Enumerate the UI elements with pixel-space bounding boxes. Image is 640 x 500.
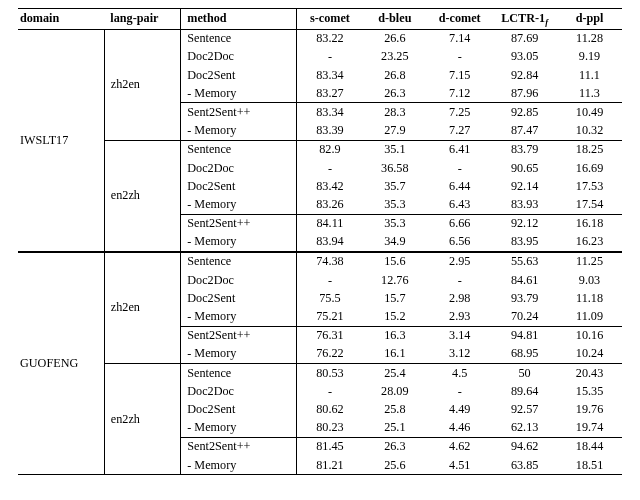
value-cell: 74.38 bbox=[297, 252, 362, 271]
value-cell: 15.6 bbox=[362, 252, 427, 271]
value-cell: 16.18 bbox=[557, 214, 622, 233]
method-cell: - Memory bbox=[181, 307, 297, 326]
value-cell: 35.3 bbox=[362, 214, 427, 233]
value-cell: 83.42 bbox=[297, 177, 362, 195]
value-cell: 26.8 bbox=[362, 66, 427, 84]
method-cell: Doc2Sent bbox=[181, 400, 297, 418]
value-cell: 92.12 bbox=[492, 214, 557, 233]
value-cell: 3.14 bbox=[427, 326, 492, 345]
value-cell: 26.3 bbox=[362, 437, 427, 456]
value-cell: 83.26 bbox=[297, 195, 362, 214]
method-cell: Doc2Doc bbox=[181, 48, 297, 66]
method-cell: Doc2Sent bbox=[181, 289, 297, 307]
langpair-cell: zh2en bbox=[104, 252, 180, 364]
table-row: en2zhSentence80.5325.44.55020.43 bbox=[18, 364, 622, 383]
value-cell: 7.12 bbox=[427, 84, 492, 103]
value-cell: 81.45 bbox=[297, 437, 362, 456]
method-cell: Sentence bbox=[181, 140, 297, 159]
value-cell: 83.34 bbox=[297, 66, 362, 84]
method-cell: - Memory bbox=[181, 233, 297, 252]
value-cell: 7.15 bbox=[427, 66, 492, 84]
value-cell: 80.23 bbox=[297, 419, 362, 438]
value-cell: 87.96 bbox=[492, 84, 557, 103]
langpair-cell: en2zh bbox=[104, 364, 180, 475]
method-cell: - Memory bbox=[181, 84, 297, 103]
value-cell: 83.39 bbox=[297, 122, 362, 141]
value-cell: 15.2 bbox=[362, 307, 427, 326]
value-cell: 4.46 bbox=[427, 419, 492, 438]
value-cell: 9.03 bbox=[557, 271, 622, 289]
value-cell: 7.14 bbox=[427, 29, 492, 48]
col-dppl: d-ppl bbox=[557, 9, 622, 30]
value-cell: 50 bbox=[492, 364, 557, 383]
langpair-cell: en2zh bbox=[104, 140, 180, 252]
value-cell: 35.3 bbox=[362, 195, 427, 214]
value-cell: 20.43 bbox=[557, 364, 622, 383]
value-cell: 83.95 bbox=[492, 233, 557, 252]
value-cell: 75.21 bbox=[297, 307, 362, 326]
value-cell: 16.3 bbox=[362, 326, 427, 345]
col-lctr-prefix: LCTR-1 bbox=[501, 11, 545, 25]
value-cell: - bbox=[297, 382, 362, 400]
method-cell: - Memory bbox=[181, 122, 297, 141]
value-cell: 76.31 bbox=[297, 326, 362, 345]
langpair-cell: zh2en bbox=[104, 29, 180, 140]
value-cell: 92.57 bbox=[492, 400, 557, 418]
header-row: domain lang-pair method s-comet d-bleu d… bbox=[18, 9, 622, 30]
col-lctr: LCTR-1f bbox=[492, 9, 557, 30]
value-cell: 87.69 bbox=[492, 29, 557, 48]
value-cell: 10.24 bbox=[557, 345, 622, 364]
value-cell: 19.76 bbox=[557, 400, 622, 418]
method-cell: - Memory bbox=[181, 195, 297, 214]
value-cell: 26.6 bbox=[362, 29, 427, 48]
value-cell: 93.79 bbox=[492, 289, 557, 307]
value-cell: 11.18 bbox=[557, 289, 622, 307]
value-cell: 75.5 bbox=[297, 289, 362, 307]
value-cell: 84.11 bbox=[297, 214, 362, 233]
col-domain: domain bbox=[18, 9, 104, 30]
value-cell: 4.62 bbox=[427, 437, 492, 456]
value-cell: 28.09 bbox=[362, 382, 427, 400]
value-cell: 81.21 bbox=[297, 456, 362, 475]
col-lctr-sub: f bbox=[545, 17, 548, 27]
value-cell: 18.44 bbox=[557, 437, 622, 456]
table-row: GUOFENGzh2enSentence74.3815.62.9555.6311… bbox=[18, 252, 622, 271]
value-cell: 11.25 bbox=[557, 252, 622, 271]
value-cell: 4.5 bbox=[427, 364, 492, 383]
value-cell: 70.24 bbox=[492, 307, 557, 326]
value-cell: 68.95 bbox=[492, 345, 557, 364]
value-cell: 3.12 bbox=[427, 345, 492, 364]
value-cell: 83.27 bbox=[297, 84, 362, 103]
value-cell: 25.4 bbox=[362, 364, 427, 383]
value-cell: 2.93 bbox=[427, 307, 492, 326]
method-cell: Doc2Sent bbox=[181, 66, 297, 84]
value-cell: 87.47 bbox=[492, 122, 557, 141]
value-cell: 76.22 bbox=[297, 345, 362, 364]
method-cell: - Memory bbox=[181, 419, 297, 438]
value-cell: 16.23 bbox=[557, 233, 622, 252]
value-cell: 9.19 bbox=[557, 48, 622, 66]
results-table: domain lang-pair method s-comet d-bleu d… bbox=[18, 8, 622, 475]
value-cell: 2.95 bbox=[427, 252, 492, 271]
method-cell: Sent2Sent++ bbox=[181, 103, 297, 122]
method-cell: - Memory bbox=[181, 345, 297, 364]
value-cell: 89.64 bbox=[492, 382, 557, 400]
value-cell: 25.6 bbox=[362, 456, 427, 475]
method-cell: Sent2Sent++ bbox=[181, 437, 297, 456]
method-cell: Doc2Sent bbox=[181, 177, 297, 195]
value-cell: - bbox=[297, 48, 362, 66]
value-cell: 25.8 bbox=[362, 400, 427, 418]
value-cell: 7.25 bbox=[427, 103, 492, 122]
value-cell: 23.25 bbox=[362, 48, 427, 66]
method-cell: Sent2Sent++ bbox=[181, 326, 297, 345]
value-cell: 83.79 bbox=[492, 140, 557, 159]
value-cell: 16.69 bbox=[557, 159, 622, 177]
domain-cell: GUOFENG bbox=[18, 252, 104, 475]
value-cell: 26.3 bbox=[362, 84, 427, 103]
value-cell: 27.9 bbox=[362, 122, 427, 141]
value-cell: 10.32 bbox=[557, 122, 622, 141]
value-cell: 17.53 bbox=[557, 177, 622, 195]
method-cell: Doc2Doc bbox=[181, 271, 297, 289]
value-cell: 12.76 bbox=[362, 271, 427, 289]
value-cell: 83.94 bbox=[297, 233, 362, 252]
